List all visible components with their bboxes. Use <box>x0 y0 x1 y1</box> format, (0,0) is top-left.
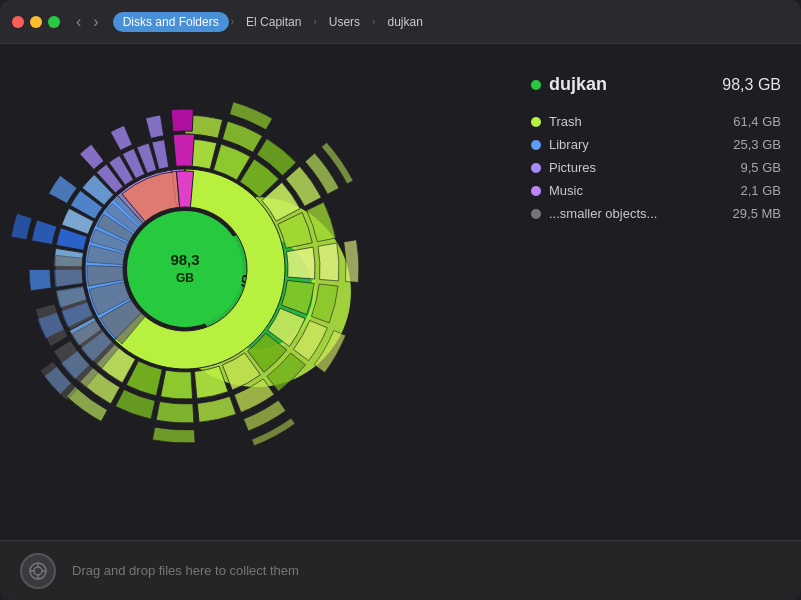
traffic-lights <box>12 16 60 28</box>
bottom-bar: Drag and drop files here to collect them <box>0 540 801 600</box>
forward-button[interactable]: › <box>89 11 102 33</box>
titlebar: ‹ › Disks and Folders › El Capitan › Use… <box>0 0 801 44</box>
legend-title-name: dujkan <box>531 74 607 95</box>
legend-row-smaller[interactable]: ...smaller objects... 29,5 MB <box>531 203 781 224</box>
legend-dot-smaller <box>531 209 541 219</box>
legend-value-music: 2,1 GB <box>741 183 781 198</box>
legend-value-smaller: 29,5 MB <box>733 206 781 221</box>
svg-point-7 <box>34 567 42 575</box>
legend-dot-dujkan <box>531 80 541 90</box>
drop-text: Drag and drop files here to collect them <box>72 563 299 578</box>
legend-value-pictures: 9,5 GB <box>741 160 781 175</box>
breadcrumb-sep-3: › <box>372 16 375 27</box>
legend-row-library[interactable]: Library 25,3 GB <box>531 134 781 155</box>
legend-title: dujkan 98,3 GB <box>531 74 781 95</box>
legend-row-pictures[interactable]: Pictures 9,5 GB <box>531 157 781 178</box>
legend-label-music: Music <box>549 183 583 198</box>
minimize-button[interactable] <box>30 16 42 28</box>
breadcrumb: Disks and Folders › El Capitan › Users ›… <box>113 12 433 32</box>
breadcrumb-disks-and-folders[interactable]: Disks and Folders <box>113 12 229 32</box>
breadcrumb-sep-2: › <box>313 16 316 27</box>
breadcrumb-el-capitan[interactable]: El Capitan <box>236 12 311 32</box>
fullscreen-button[interactable] <box>48 16 60 28</box>
legend-dot-library <box>531 140 541 150</box>
legend-label-trash: Trash <box>549 114 582 129</box>
legend-dot-trash <box>531 117 541 127</box>
legend-dot-music <box>531 186 541 196</box>
nav-arrows: ‹ › <box>72 11 103 33</box>
svg-text:GB: GB <box>176 271 194 285</box>
close-button[interactable] <box>12 16 24 28</box>
legend-area: dujkan 98,3 GB Trash 61,4 GB Library 25,… <box>521 54 801 530</box>
breadcrumb-users[interactable]: Users <box>319 12 370 32</box>
legend-row-music[interactable]: Music 2,1 GB <box>531 180 781 201</box>
legend-label-pictures: Pictures <box>549 160 596 175</box>
legend-value-trash: 61,4 GB <box>733 114 781 129</box>
breadcrumb-sep-1: › <box>231 16 234 27</box>
breadcrumb-dujkan[interactable]: dujkan <box>377 12 432 32</box>
legend-total-size: 98,3 GB <box>722 76 781 94</box>
legend-folder-name: dujkan <box>549 74 607 95</box>
legend-dot-pictures <box>531 163 541 173</box>
legend-label-library: Library <box>549 137 589 152</box>
legend-value-library: 25,3 GB <box>733 137 781 152</box>
svg-text:98,3: 98,3 <box>170 251 199 268</box>
main-content: 98,3 GB <box>0 44 801 540</box>
back-button[interactable]: ‹ <box>72 11 85 33</box>
legend-label-smaller: ...smaller objects... <box>549 206 657 221</box>
svg-point-3 <box>127 211 243 327</box>
legend-row-trash[interactable]: Trash 61,4 GB <box>531 111 781 132</box>
drop-target-icon[interactable] <box>20 553 56 589</box>
chart-area: 98,3 GB <box>0 54 521 530</box>
